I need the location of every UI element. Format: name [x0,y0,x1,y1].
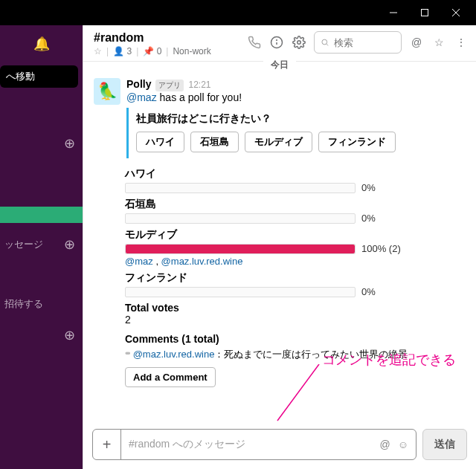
add-comment-button[interactable]: Add a Comment [125,367,216,387]
sidebar-messages[interactable]: ッセージ⊕ [0,233,83,256]
message-timestamp: 12:21 [188,80,210,90]
window-maximize-icon[interactable] [419,7,430,18]
sidebar-section-add-1[interactable]: ⊕ [0,132,83,155]
sidebar-section-add-2[interactable]: ⊕ [0,324,83,346]
channel-name[interactable]: #random [94,31,247,45]
sidebar: 🔔 へ移動 ⊕ ッセージ⊕ 招待する ⊕ [0,25,83,469]
poll-option-button[interactable]: フィンランド [318,132,396,152]
message-author[interactable]: Polly [126,78,151,90]
main-panel: #random ☆ | 👤 3 | 📌 0 | Non-work [83,25,476,469]
voter-link[interactable]: @maz [125,256,153,267]
svg-point-6 [277,40,277,41]
result-bar [125,287,356,297]
message-text: @maz has a poll for you! [126,91,466,103]
result-bar [125,213,356,224]
poll-results: ハワイ 0% 石垣島 0% モルディブ 100% (2) @maz , @maz… [94,167,466,297]
mentions-icon[interactable]: @ [409,35,424,50]
comment-author[interactable]: @maz.luv.red.wine [133,349,215,360]
pin-count[interactable]: 📌 0 [143,46,161,56]
search-icon [321,37,329,48]
result-bar [125,244,356,254]
more-menu-icon[interactable]: ⋮ [454,35,469,50]
svg-rect-1 [422,10,428,16]
bot-avatar[interactable]: 🦜 [94,78,120,105]
poll-question: 社員旅行はどこに行きたい？ [136,112,466,126]
svg-point-8 [322,39,327,45]
comment-icon: ••• [125,348,129,359]
member-count[interactable]: 👤 3 [113,46,132,56]
mention-link[interactable]: @maz [126,91,157,103]
composer-placeholder[interactable]: #random へのメッセージ [121,438,379,451]
result-label: ハワイ [125,167,466,181]
composer-emoji-icon[interactable]: ☺ [398,439,408,450]
svg-line-9 [327,44,328,45]
sidebar-active-channel[interactable] [0,207,83,223]
message-composer[interactable]: + #random へのメッセージ @ ☺ [92,429,416,460]
result-label: 石垣島 [125,198,466,211]
send-button[interactable]: 送信 [422,429,467,460]
info-icon[interactable] [269,35,284,50]
channel-topic[interactable]: Non-work [173,46,210,56]
poll-block: 社員旅行はどこに行きたい？ ハワイ 石垣島 モルディブ フィンランド [126,108,466,158]
result-bar [125,183,356,193]
date-divider: 今日 [83,60,476,75]
search-input[interactable] [334,37,395,48]
search-box[interactable] [314,31,402,54]
plus-icon: ⊕ [64,135,75,152]
star-icon[interactable]: ☆ [94,46,102,56]
comments-title: Comments (1 total) [125,333,466,345]
sidebar-jump-to[interactable]: へ移動 [0,65,78,88]
window-minimize-icon[interactable] [388,7,399,18]
sidebar-invite[interactable]: 招待する [0,293,83,315]
svg-point-7 [298,41,301,45]
channel-header: #random ☆ | 👤 3 | 📌 0 | Non-work [83,25,476,62]
voter-link[interactable]: @maz.luv.red.wine [161,256,243,267]
poll-option-button[interactable]: ハワイ [136,132,184,152]
app-badge: アプリ [155,80,184,91]
comment-text: ：死ぬまでに一度は行ってみたい世界の絶景 [214,349,408,360]
plus-icon: ⊕ [64,327,75,343]
window-close-icon[interactable] [451,7,461,18]
phone-icon[interactable] [247,35,262,50]
composer-attach-icon[interactable]: + [93,430,121,459]
star-channel-icon[interactable]: ☆ [431,35,446,50]
comment-row: ••• @maz.luv.red.wine：死ぬまでに一度は行ってみたい世界の絶… [125,348,466,361]
total-votes-value: 2 [125,314,466,326]
poll-option-button[interactable]: 石垣島 [190,132,239,152]
poll-option-button[interactable]: モルディブ [245,132,312,152]
composer-mention-icon[interactable]: @ [379,439,390,450]
result-label: フィンランド [125,271,466,285]
result-voters: @maz , @maz.luv.red.wine [125,256,466,267]
total-votes-label: Total votes [125,302,466,314]
window-titlebar [0,0,476,25]
plus-icon: ⊕ [64,236,75,253]
notifications-bell-icon[interactable]: 🔔 [33,36,50,52]
settings-gear-icon[interactable] [292,35,306,50]
result-label: モルディブ [125,228,466,242]
